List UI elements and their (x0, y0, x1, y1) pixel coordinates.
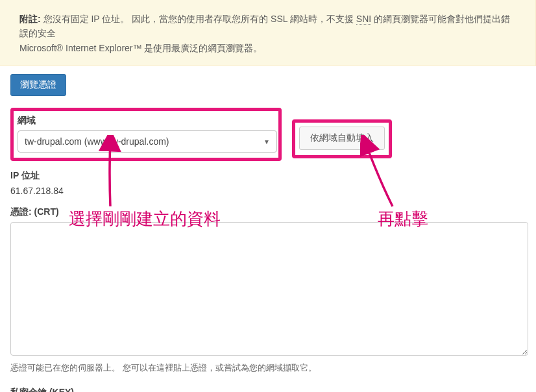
browse-cert-button[interactable]: 瀏覽憑證 (10, 74, 66, 96)
ip-label: IP 位址 (10, 170, 526, 182)
notice-sni: SNI (356, 14, 371, 25)
cert-help-text: 憑證可能已在您的伺服器上。 您可以在這裡貼上憑證，或嘗試為您的網域擷取它。 (10, 362, 526, 374)
key-label: 私密金鑰 (KEY) (10, 387, 526, 392)
cert-textarea[interactable] (10, 222, 528, 356)
ip-value: 61.67.218.84 (10, 186, 526, 196)
notice-text-2: Microsoft® Internet Explorer™ 是使用最廣泛的網頁瀏… (19, 43, 262, 53)
highlight-autofill-box: 依網域自動填入 (292, 119, 392, 158)
cert-block: 憑證: (CRT) 憑證可能已在您的伺服器上。 您可以在這裡貼上憑證，或嘗試為您… (10, 206, 526, 374)
notice-text-1a: 您沒有固定 IP 位址。 因此，當您的使用者存取您所有的 SSL 網站時，不支援 (43, 14, 356, 24)
key-block: 私密金鑰 (KEY) (10, 387, 526, 392)
notice-box: 附註: 您沒有固定 IP 位址。 因此，當您的使用者存取您所有的 SSL 網站時… (0, 0, 536, 66)
domain-row: 網域 tw-drupal.com (www.tw-drupal.com) ▼ 依… (10, 108, 526, 161)
domain-select[interactable]: tw-drupal.com (www.tw-drupal.com) ▼ (18, 130, 277, 153)
notice-prefix: 附註: (19, 14, 41, 24)
cert-label: 憑證: (CRT) (10, 206, 526, 218)
content-area: 瀏覽憑證 網域 tw-drupal.com (www.tw-drupal.com… (0, 66, 536, 392)
highlight-domain-box: 網域 tw-drupal.com (www.tw-drupal.com) ▼ (10, 108, 282, 161)
domain-label: 網域 (18, 115, 274, 127)
chevron-down-icon: ▼ (263, 138, 270, 145)
ip-block: IP 位址 61.67.218.84 (10, 170, 526, 196)
autofill-by-domain-button[interactable]: 依網域自動填入 (299, 127, 385, 150)
domain-selected-value: tw-drupal.com (www.tw-drupal.com) (25, 136, 169, 147)
